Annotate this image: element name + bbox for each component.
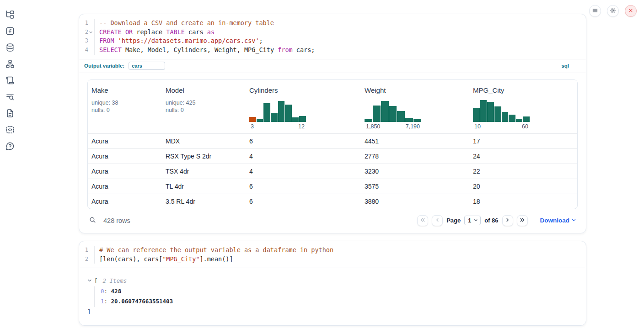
column-stat: unique: 425 — [166, 99, 242, 107]
collapse-chevron-icon[interactable] — [87, 276, 92, 286]
last-page-button[interactable] — [517, 215, 528, 226]
code-line: 4SELECT Make, Model, Cylinders, Weight, … — [79, 46, 586, 55]
sql-code-editor[interactable]: 1-- Download a CSV and create an in-memo… — [79, 14, 586, 59]
notebook: 1-- Download a CSV and create an in-memo… — [79, 14, 586, 326]
tree-item-separator: : — [104, 298, 111, 305]
column-name: Weight — [365, 86, 466, 94]
database-icon — [5, 43, 15, 52]
column-header-model[interactable]: Modelunique: 425nulls: 0 — [162, 80, 246, 133]
histogram-axis-labels: 1,8507,190 — [365, 123, 421, 130]
histogram-bar — [502, 112, 509, 122]
sidebar-item-logs[interactable] — [5, 92, 15, 101]
line-number: 2 — [85, 28, 88, 37]
table-cell: RSX Type S 2dr — [162, 149, 246, 164]
sidebar-item-dependency-graph[interactable] — [5, 59, 15, 69]
table-row[interactable]: AcuraRSX Type S 2dr4277824 — [88, 148, 577, 164]
next-page-button[interactable] — [502, 215, 513, 226]
column-header-cylinders[interactable]: Cylinders312 — [246, 80, 361, 133]
fold-spacer — [88, 48, 93, 53]
fold-spacer — [88, 21, 93, 26]
close-bracket: ] — [87, 307, 578, 317]
line-gutter: 2 — [79, 255, 95, 264]
table-cell: TL 4dr — [162, 179, 246, 194]
token-keyword: SELECT — [99, 46, 122, 53]
code-text: # We can reference the output variable a… — [95, 246, 333, 255]
token-string: "MPG_City" — [162, 255, 199, 263]
output-variable-input[interactable] — [129, 62, 165, 70]
open-bracket: [ — [94, 276, 98, 286]
chevron-right-icon — [504, 217, 510, 224]
table-cell: 3575 — [361, 179, 469, 194]
line-number: 2 — [85, 255, 88, 264]
tree-item-value: 20.060747663551403 — [111, 298, 173, 305]
fold-spacer — [88, 248, 93, 253]
column-header-mpg_city[interactable]: MPG_City1060 — [469, 80, 577, 133]
settings-button[interactable] — [607, 5, 619, 17]
histogram-bars — [249, 99, 306, 122]
table-row[interactable]: AcuraMDX6445117 — [88, 133, 577, 148]
python-code-editor[interactable]: 1# We can reference the output variable … — [79, 241, 586, 268]
line-gutter: 1 — [79, 246, 95, 255]
table-cell: Acura — [88, 149, 162, 164]
table-row[interactable]: AcuraTL 4dr6357520 — [88, 179, 577, 194]
sidebar-item-file-explorer[interactable] — [5, 10, 15, 19]
histogram-bar — [299, 116, 306, 122]
chevron-down-icon — [571, 217, 576, 224]
token-comment: -- Download a CSV and create an in-memor… — [99, 19, 274, 26]
prev-page-button[interactable] — [432, 215, 443, 226]
token-plain: replace — [133, 28, 166, 36]
table-row[interactable]: AcuraTSX 4dr4323022 — [88, 164, 577, 179]
shutdown-button[interactable] — [625, 5, 637, 17]
language-badge: sql — [561, 63, 569, 69]
file-text-icon — [5, 109, 15, 118]
table-cell: Acura — [88, 179, 162, 194]
chevron-down-icon — [473, 217, 478, 224]
histogram-bar — [523, 116, 530, 122]
sidebar-item-documentation[interactable] — [5, 109, 15, 118]
table-cell: 3880 — [361, 194, 469, 209]
token-keyword: FROM — [99, 37, 114, 44]
code-text: SELECT Make, Model, Cylinders, Weight, M… — [95, 46, 315, 55]
sidebar-item-scratchpad[interactable] — [5, 76, 15, 85]
sidebar-item-datasources[interactable] — [5, 43, 15, 52]
line-number: 4 — [85, 46, 88, 55]
table-cell: 24 — [469, 149, 577, 164]
line-number: 1 — [85, 19, 88, 28]
menu-button[interactable] — [589, 5, 601, 17]
search-icon[interactable] — [89, 216, 97, 225]
axis-min-label: 10 — [474, 123, 481, 130]
histogram-bar — [516, 119, 523, 122]
column-stat: unique: 38 — [91, 99, 158, 107]
table-footer: 428 rows Page 1 of 86 — [87, 215, 578, 227]
histogram-weight: 1,8507,190 — [365, 99, 421, 130]
tree-root: [ 2 Items — [87, 276, 578, 286]
sidebar-item-help[interactable] — [5, 142, 15, 151]
column-stat: nulls: 0 — [166, 106, 242, 114]
sidebar-item-variables[interactable] — [5, 26, 15, 36]
tree-item-index: 1 — [101, 298, 104, 305]
table-cell: 4 — [246, 149, 361, 164]
table-cell: 2778 — [361, 149, 469, 164]
sidebar-item-snippets[interactable] — [5, 125, 15, 134]
table-header-row: Makeunique: 38nulls: 0Modelunique: 425nu… — [88, 80, 577, 133]
histogram-bar — [263, 103, 270, 122]
axis-max-label: 7,190 — [406, 123, 420, 130]
scroll-icon — [5, 76, 15, 85]
table-row[interactable]: Acura3.5 RL 4dr6388018 — [88, 194, 577, 209]
first-page-button[interactable] — [417, 215, 428, 226]
table-cell: 20 — [469, 179, 577, 194]
histogram-bar — [257, 119, 263, 122]
code-line: 2[len(cars), cars["MPG_City"].mean()] — [79, 255, 586, 264]
download-button[interactable]: Download — [540, 217, 577, 224]
code-line: 2CREATE OR replace TABLE cars as — [79, 28, 586, 37]
column-header-weight[interactable]: Weight1,8507,190 — [361, 80, 469, 133]
help-bubble-icon — [5, 142, 15, 151]
token-plain: cars — [185, 28, 207, 36]
histogram-axis-labels: 1060 — [473, 123, 530, 130]
histogram-bar — [487, 102, 494, 122]
tree-item-value: 428 — [111, 288, 122, 295]
axis-max-label: 12 — [298, 123, 305, 130]
column-header-make[interactable]: Makeunique: 38nulls: 0 — [88, 80, 162, 133]
page-select[interactable]: 1 — [464, 216, 481, 225]
fold-toggle-icon[interactable] — [88, 30, 93, 35]
